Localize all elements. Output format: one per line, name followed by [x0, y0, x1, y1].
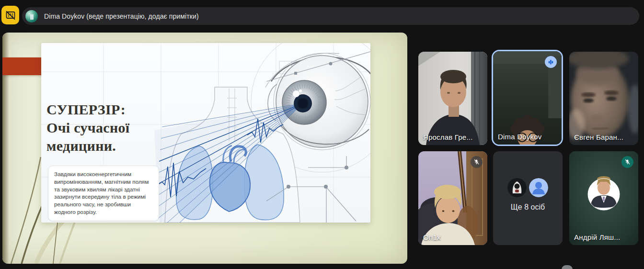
generic-person-avatar-icon [529, 178, 548, 197]
participant-tile-on1x[interactable]: On1x [418, 151, 487, 245]
participant-name: Ярослав Гре... [423, 133, 473, 141]
video-call-window: Dima Doykov (веде презентацію, додає при… [0, 0, 644, 269]
mic-off-icon [471, 156, 483, 168]
participant-video [418, 52, 487, 145]
participant-tile-dima[interactable]: Dima Doykov [492, 50, 563, 146]
mic-off-icon [621, 156, 633, 168]
participant-video [569, 52, 638, 145]
slide-title-line: СУПЕРЗІР: [46, 101, 129, 119]
more-participants-count: Ще 8 осіб [493, 203, 563, 212]
participant-name: Євген Баран... [574, 133, 623, 141]
participant-tile-yaroslav[interactable]: Ярослав Гре... [418, 52, 487, 145]
avatar-icon [507, 178, 527, 197]
audio-level-icon [545, 56, 557, 68]
slide-body-text: Завдяки високоенергетичним випромінюванн… [54, 171, 153, 216]
participant-avatars [493, 178, 563, 197]
participant-tile-yevhen[interactable]: Євген Баран... [569, 52, 638, 145]
presenter-banner: Dima Doykov (веде презентацію, додає при… [22, 7, 639, 25]
slide-content-card: СУПЕРЗІР: Очі сучасної медицини. Завдяки… [41, 43, 370, 223]
participant-name: Dima Doykov [498, 133, 541, 141]
slide-title-line: Очі сучасної [46, 119, 129, 137]
presenter-avatar-icon [25, 10, 38, 22]
slide-accent-bar [2, 57, 44, 75]
slide-title: СУПЕРЗІР: Очі сучасної медицини. [46, 101, 129, 155]
top-bar: Dima Doykov (веде презентацію, додає при… [0, 0, 644, 30]
more-participants-tile[interactable]: Ще 8 осіб [493, 151, 563, 245]
presentation-off-icon [5, 10, 16, 21]
presenter-status-text: Dima Doykov (веде презентацію, додає при… [44, 12, 199, 20]
slide-title-line: медицини. [46, 137, 129, 155]
participant-name: Андрій Ляш... [574, 233, 620, 241]
hidden-control-stub[interactable] [562, 265, 573, 269]
participant-name: On1x [423, 233, 441, 241]
slide-body-box: Завдяки високоенергетичним випромінюванн… [48, 166, 159, 221]
participant-tile-andrii[interactable]: Андрій Ляш... [569, 151, 638, 245]
presentation-tile[interactable]: СУПЕРЗІР: Очі сучасної медицини. Завдяки… [2, 33, 407, 264]
presentation-warning-button[interactable] [1, 6, 19, 24]
